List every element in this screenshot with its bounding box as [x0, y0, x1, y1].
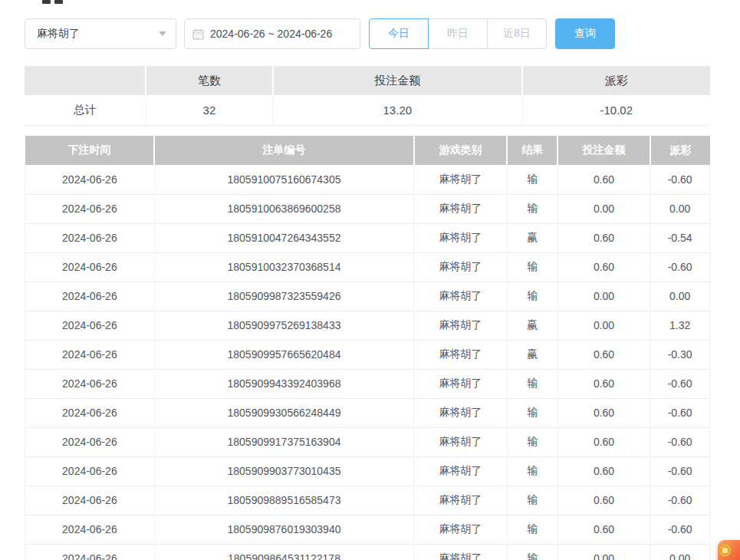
- bet-cell-game: 麻将胡了: [414, 427, 507, 456]
- bet-table-header-payout: 派彩: [650, 136, 710, 165]
- bet-cell-amount: 0.60: [557, 165, 650, 194]
- summary-table: 笔数 投注金额 派彩 总计 32 13.20 -10.02: [25, 66, 710, 126]
- clipped-text-fragment: [54, 0, 63, 4]
- bet-cell-bet_id: 1805910047264343552: [154, 223, 413, 252]
- bet-cell-payout: -0.60: [650, 369, 710, 398]
- bet-cell-result: 输: [507, 515, 557, 544]
- bet-cell-game: 麻将胡了: [414, 340, 507, 369]
- bet-table-row: 2024-06-261805909903773010435麻将胡了输0.60-0…: [25, 456, 710, 486]
- bet-table-row: 2024-06-261805910047264343552麻将胡了赢0.60-0…: [25, 223, 710, 252]
- bet-table-row: 2024-06-261805909876019303940麻将胡了输0.60-0…: [25, 515, 710, 544]
- filter-today-button[interactable]: 今日: [369, 18, 429, 49]
- date-range-value: 2024-06-26 ~ 2024-06-26: [210, 28, 332, 40]
- bet-cell-amount: 0.60: [557, 369, 650, 398]
- bet-cell-result: 赢: [507, 311, 557, 340]
- bet-table-row: 2024-06-261805910032370368514麻将胡了输0.60-0…: [25, 252, 710, 282]
- bet-cell-time: 2024-06-26: [25, 486, 155, 515]
- bet-cell-game: 麻将胡了: [414, 515, 507, 544]
- bet-table-row: 2024-06-261805909987323559426麻将胡了输0.000.…: [25, 282, 710, 311]
- bet-table-header-game: 游戏类别: [414, 136, 507, 165]
- bet-cell-bet_id: 1805910063869600258: [154, 194, 413, 223]
- bet-cell-time: 2024-06-26: [25, 456, 155, 486]
- bet-cell-payout: 0.00: [650, 282, 710, 311]
- bet-cell-bet_id: 1805909864531122178: [154, 544, 413, 560]
- bet-table-row: 2024-06-261805909957665620484麻将胡了赢0.60-0…: [25, 340, 710, 369]
- summary-header-blank: [25, 66, 146, 95]
- bet-table-header-amount: 投注金额: [557, 136, 650, 165]
- filter-toolbar: 麻将胡了 2024-06-26 ~ 2024-06-26 今日 昨日 近8日 查…: [25, 18, 615, 49]
- bet-cell-payout: -0.60: [650, 165, 710, 194]
- bet-cell-payout: -0.30: [650, 340, 710, 369]
- bet-table-header-bet_id: 注单编号: [154, 136, 413, 165]
- bet-records-table: 下注时间注单编号游戏类别结果投注金额派彩 2024-06-26180591007…: [25, 136, 710, 560]
- bet-cell-amount: 0.00: [557, 311, 650, 340]
- bet-cell-time: 2024-06-26: [25, 515, 155, 544]
- gold-coin-icon: [719, 544, 732, 557]
- bet-cell-time: 2024-06-26: [25, 165, 155, 194]
- bet-cell-amount: 0.00: [557, 282, 650, 311]
- bet-cell-time: 2024-06-26: [25, 223, 155, 252]
- bet-cell-payout: -0.60: [650, 398, 710, 427]
- bet-cell-result: 输: [507, 369, 557, 398]
- bet-cell-time: 2024-06-26: [25, 194, 155, 223]
- game-type-select[interactable]: 麻将胡了: [25, 18, 176, 49]
- bet-cell-time: 2024-06-26: [25, 311, 155, 340]
- bet-cell-result: 输: [507, 165, 557, 194]
- summary-total-label: 总计: [25, 95, 146, 125]
- bet-cell-bet_id: 1805909903773010435: [154, 456, 413, 486]
- bet-cell-result: 输: [507, 282, 557, 311]
- bet-cell-game: 麻将胡了: [414, 486, 507, 515]
- summary-header-payout: 派彩: [522, 66, 710, 95]
- bet-cell-bet_id: 1805909917375163904: [154, 427, 413, 456]
- summary-header-amount: 投注金额: [273, 66, 522, 95]
- bet-table-row: 2024-06-261805909917375163904麻将胡了输0.60-0…: [25, 427, 710, 456]
- summary-total-payout: -10.02: [522, 95, 710, 125]
- bet-cell-game: 麻将胡了: [414, 311, 507, 340]
- bet-cell-bet_id: 1805910032370368514: [154, 252, 413, 282]
- bet-cell-amount: 0.60: [557, 398, 650, 427]
- bet-cell-bet_id: 1805909943392403968: [154, 369, 413, 398]
- bet-cell-game: 麻将胡了: [414, 223, 507, 252]
- bet-cell-amount: 0.60: [557, 340, 650, 369]
- bet-cell-time: 2024-06-26: [25, 544, 155, 560]
- bet-table-row: 2024-06-261805909889516585473麻将胡了输0.60-0…: [25, 486, 710, 515]
- bet-cell-result: 赢: [507, 340, 557, 369]
- bet-table-row: 2024-06-261805909975269138433麻将胡了赢0.001.…: [25, 311, 710, 340]
- date-range-input[interactable]: 2024-06-26 ~ 2024-06-26: [184, 18, 360, 49]
- bet-cell-amount: 0.60: [557, 252, 650, 282]
- bet-cell-game: 麻将胡了: [414, 369, 507, 398]
- query-button[interactable]: 查询: [555, 18, 615, 49]
- bet-cell-payout: -0.54: [650, 223, 710, 252]
- summary-header-row: 笔数 投注金额 派彩: [25, 66, 710, 95]
- filter-yesterday-button[interactable]: 昨日: [428, 18, 488, 49]
- bet-cell-payout: -0.60: [650, 456, 710, 486]
- bet-cell-game: 麻将胡了: [414, 456, 507, 486]
- bet-cell-payout: 0.00: [650, 194, 710, 223]
- summary-total-row: 总计 32 13.20 -10.02: [25, 95, 710, 125]
- bet-cell-game: 麻将胡了: [414, 398, 507, 427]
- bet-cell-result: 赢: [507, 223, 557, 252]
- bet-cell-result: 输: [507, 252, 557, 282]
- red-envelope-icon[interactable]: [718, 540, 740, 560]
- bet-table-header-row: 下注时间注单编号游戏类别结果投注金额派彩: [25, 136, 710, 165]
- bet-table-row: 2024-06-261805910063869600258麻将胡了输0.000.…: [25, 194, 710, 223]
- bet-cell-amount: 0.60: [557, 515, 650, 544]
- bet-cell-bet_id: 1805909987323559426: [154, 282, 413, 311]
- bet-cell-amount: 0.60: [557, 223, 650, 252]
- bet-table-row: 2024-06-261805909864531122178麻将胡了输0.000.…: [25, 544, 710, 560]
- bet-cell-game: 麻将胡了: [414, 544, 507, 560]
- bet-cell-time: 2024-06-26: [25, 398, 155, 427]
- quick-date-filter-group: 今日 昨日 近8日: [369, 18, 547, 49]
- bet-table-header-time: 下注时间: [25, 136, 155, 165]
- bet-cell-payout: -0.60: [650, 486, 710, 515]
- bet-table-header-result: 结果: [507, 136, 557, 165]
- clipped-page-title: [42, 0, 67, 5]
- bet-cell-time: 2024-06-26: [25, 369, 155, 398]
- bet-cell-payout: -0.60: [650, 252, 710, 282]
- filter-last8days-button[interactable]: 近8日: [487, 18, 547, 49]
- bet-cell-payout: -0.60: [650, 515, 710, 544]
- bet-cell-time: 2024-06-26: [25, 282, 155, 311]
- summary-header-count: 笔数: [146, 66, 272, 95]
- bet-cell-result: 输: [507, 427, 557, 456]
- bet-cell-payout: 1.32: [650, 311, 710, 340]
